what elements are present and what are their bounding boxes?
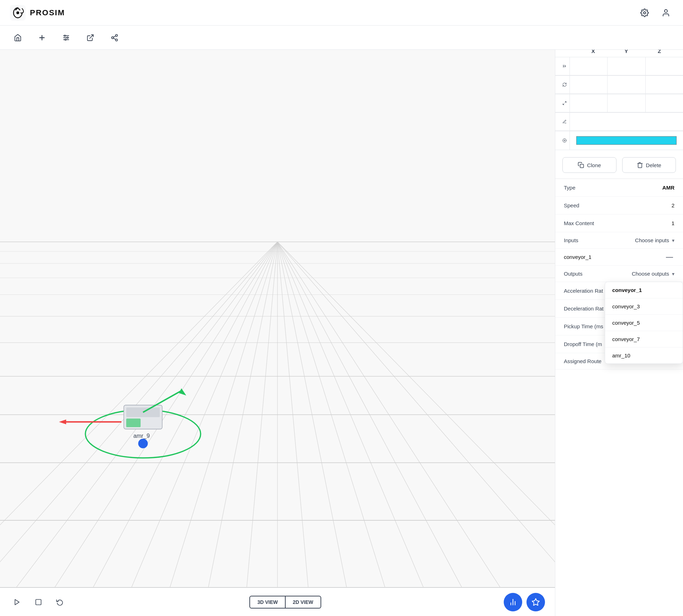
playback-controls bbox=[10, 595, 67, 609]
dropdown-item-conveyor5[interactable]: conveyor_5 bbox=[605, 315, 683, 331]
svg-line-17 bbox=[113, 36, 116, 37]
bottom-bar: 3D VIEW 2D VIEW bbox=[0, 588, 555, 616]
max-content-label: Max Content bbox=[564, 220, 594, 226]
rotation-icon bbox=[555, 76, 570, 94]
dropdown-item-conveyor1[interactable]: conveyor_1 bbox=[605, 282, 683, 298]
3d-grid[interactable]: amr_9 bbox=[0, 50, 555, 588]
pos-x-input[interactable]: 30 bbox=[573, 63, 604, 69]
svg-line-68 bbox=[563, 103, 565, 105]
stars-button[interactable] bbox=[526, 593, 545, 611]
outputs-row[interactable]: Outputs Choose outputs ▾ conveyor_1 conv… bbox=[555, 266, 683, 282]
delete-button[interactable]: Delete bbox=[622, 157, 676, 173]
scale-z-cell[interactable]: 1 bbox=[645, 94, 683, 112]
tune-button[interactable] bbox=[58, 30, 74, 46]
stop-icon bbox=[35, 599, 42, 606]
rotation-row: 0 0 0 bbox=[555, 75, 683, 94]
export-icon bbox=[86, 34, 94, 42]
scale-x-cell[interactable]: 1 bbox=[570, 94, 607, 112]
connect-button[interactable] bbox=[107, 30, 122, 46]
logo-icon bbox=[10, 5, 26, 21]
scale-x-input[interactable]: 1 bbox=[573, 100, 604, 106]
dropdown-item-conveyor7[interactable]: conveyor_7 bbox=[605, 331, 683, 347]
pos-z-input[interactable]: 0 bbox=[648, 63, 680, 69]
tune-icon bbox=[62, 34, 70, 42]
remove-input-button[interactable]: — bbox=[665, 253, 674, 261]
pos-y-input[interactable]: 0 bbox=[610, 63, 642, 69]
add-button[interactable] bbox=[34, 30, 50, 46]
view-toggle: 3D VIEW 2D VIEW bbox=[249, 596, 321, 609]
scale-row: 1 1 1 bbox=[555, 94, 683, 112]
clone-icon bbox=[578, 162, 584, 168]
home-icon bbox=[14, 34, 22, 42]
scale-icon bbox=[555, 94, 570, 112]
bottom-right-actions bbox=[504, 593, 545, 611]
export-button[interactable] bbox=[83, 30, 98, 46]
color-picker[interactable] bbox=[576, 135, 677, 146]
color-row bbox=[555, 131, 683, 150]
color-cell[interactable] bbox=[570, 131, 683, 150]
rot-y-cell[interactable]: 0 bbox=[607, 76, 645, 94]
scale-z-input[interactable]: 1 bbox=[648, 100, 680, 106]
selected-input-tag: conveyor_1 bbox=[564, 254, 592, 260]
dropdown-item-conveyor3[interactable]: conveyor_3 bbox=[605, 298, 683, 315]
name-icon bbox=[555, 113, 570, 131]
svg-point-9 bbox=[64, 35, 66, 36]
grid-svg: amr_9 bbox=[0, 50, 555, 588]
dropoff-label: Dropoff Time (m bbox=[564, 341, 602, 347]
name-row: amr_9 bbox=[555, 112, 683, 131]
pos-x-cell[interactable]: 30 bbox=[570, 57, 607, 75]
inputs-dropdown-button[interactable]: Choose inputs ▾ bbox=[635, 237, 674, 243]
scale-y-cell[interactable]: 1 bbox=[607, 94, 645, 112]
analytics-icon bbox=[509, 598, 517, 606]
max-content-item: Max Content 1 bbox=[555, 214, 683, 232]
user-button[interactable] bbox=[659, 6, 673, 20]
viewport[interactable]: amr_9 bbox=[0, 50, 555, 588]
connect-icon bbox=[111, 34, 118, 42]
delete-label: Delete bbox=[646, 162, 661, 168]
plus-icon bbox=[38, 34, 46, 42]
outputs-chevron-icon: ▾ bbox=[672, 271, 674, 277]
app-name: PROSIM bbox=[30, 8, 65, 17]
settings-button[interactable] bbox=[637, 6, 652, 20]
stop-button[interactable] bbox=[31, 595, 46, 609]
pos-y-cell[interactable]: 0 bbox=[607, 57, 645, 75]
view-2d-button[interactable]: 2D VIEW bbox=[286, 596, 321, 609]
outputs-dropdown-button[interactable]: Choose outputs ▾ bbox=[632, 271, 674, 277]
inputs-row[interactable]: Inputs Choose inputs ▾ bbox=[555, 232, 683, 249]
name-input[interactable]: amr_9 bbox=[576, 119, 677, 125]
view-3d-button[interactable]: 3D VIEW bbox=[249, 596, 286, 609]
action-buttons: Clone Delete bbox=[555, 150, 683, 179]
stars-icon bbox=[531, 598, 540, 606]
props-list: Type AMR Speed 2 Max Content 1 Inputs Ch… bbox=[555, 179, 683, 370]
rot-x-input[interactable]: 0 bbox=[573, 82, 604, 88]
rot-x-cell[interactable]: 0 bbox=[570, 76, 607, 94]
clone-label: Clone bbox=[587, 162, 601, 168]
svg-text:amr_9: amr_9 bbox=[133, 432, 150, 439]
position-icon bbox=[555, 57, 570, 75]
pickup-label: Pickup Time (ms bbox=[564, 323, 603, 329]
name-cell[interactable]: amr_9 bbox=[570, 113, 683, 131]
svg-rect-60 bbox=[36, 599, 41, 605]
dropdown-item-amr10[interactable]: amr_10 bbox=[605, 347, 683, 363]
svg-point-11 bbox=[65, 39, 66, 40]
clone-button[interactable]: Clone bbox=[562, 157, 616, 173]
rot-z-cell[interactable]: 0 bbox=[645, 76, 683, 94]
rot-y-input[interactable]: 0 bbox=[610, 82, 642, 88]
svg-point-1 bbox=[16, 11, 19, 14]
scale-y-input[interactable]: 1 bbox=[610, 100, 642, 106]
position-row: 30 0 0 bbox=[555, 57, 683, 75]
deceleration-label: Deceleration Rat bbox=[564, 306, 604, 312]
reset-button[interactable] bbox=[53, 595, 67, 609]
inputs-label: Inputs bbox=[564, 237, 578, 243]
home-button[interactable] bbox=[10, 30, 26, 46]
pos-z-cell[interactable]: 0 bbox=[645, 57, 683, 75]
analytics-button[interactable] bbox=[504, 593, 522, 611]
user-icon bbox=[662, 9, 670, 17]
settings-icon bbox=[640, 9, 649, 17]
play-button[interactable] bbox=[10, 595, 24, 609]
properties-panel: Object Properties X Y Z 30 0 0 bbox=[555, 26, 683, 616]
route-label: Assigned Route bbox=[564, 358, 602, 364]
rot-z-input[interactable]: 0 bbox=[648, 82, 680, 88]
svg-rect-52 bbox=[126, 419, 141, 427]
outputs-label: Outputs bbox=[564, 271, 583, 277]
